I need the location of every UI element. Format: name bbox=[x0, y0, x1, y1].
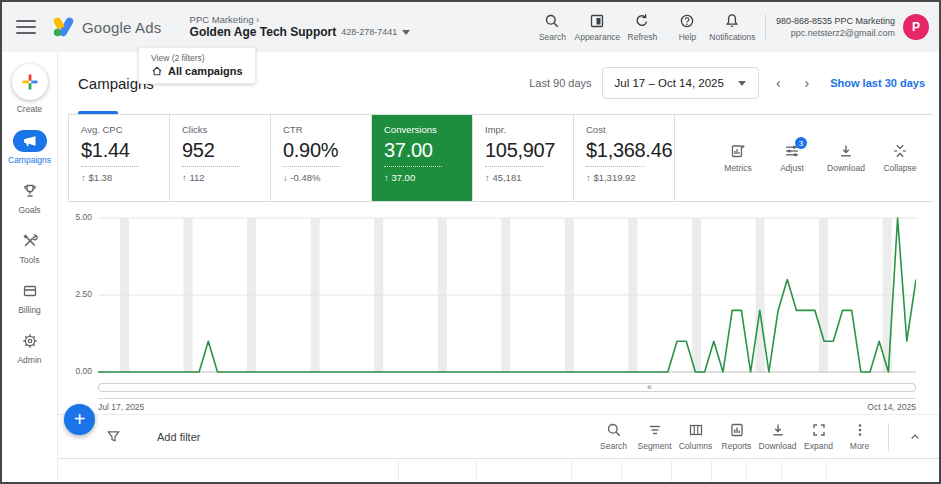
account-info: 980-868-8535 PPC Marketing ppc.netsterz2… bbox=[776, 15, 895, 39]
collapse-button[interactable]: Collapse bbox=[877, 143, 923, 173]
table-more-button[interactable]: More bbox=[839, 422, 880, 451]
adjust-button[interactable]: 3Adjust bbox=[769, 143, 815, 173]
avatar[interactable]: P bbox=[903, 14, 929, 40]
breadcrumb-separator-icon: › bbox=[256, 14, 259, 25]
columns-icon bbox=[688, 422, 704, 438]
table-column-separator bbox=[571, 461, 572, 484]
table-expand-button[interactable]: Expand bbox=[798, 422, 839, 451]
next-period-button[interactable]: › bbox=[798, 73, 817, 93]
scorecard-ctr[interactable]: CTR0.90%↓ -0.48% bbox=[271, 115, 372, 201]
scorecard-conversions[interactable]: Conversions37.00↑ 37.00 bbox=[372, 115, 473, 201]
create-button[interactable] bbox=[12, 64, 48, 100]
refresh-button[interactable]: Refresh bbox=[620, 13, 665, 42]
appearance-button[interactable]: Appearance bbox=[575, 13, 620, 42]
google-ads-logo[interactable]: Google Ads bbox=[52, 17, 162, 38]
table-segment-button[interactable]: Segment bbox=[634, 422, 675, 451]
divider bbox=[765, 14, 766, 40]
sidebar-item-label: Billing bbox=[18, 305, 41, 315]
filter-funnel-icon[interactable] bbox=[106, 429, 121, 444]
floating-create-button[interactable]: + bbox=[64, 404, 95, 435]
scorecard-impr[interactable]: Impr.105,907↑ 45,181 bbox=[473, 115, 574, 201]
download-icon bbox=[770, 422, 786, 438]
arrow-up-icon: ↑ bbox=[485, 172, 490, 183]
metric-delta: ↑ $1,319.92 bbox=[586, 172, 662, 183]
dotted-divider bbox=[384, 166, 442, 167]
view-selector[interactable]: View (2 filters) All campaigns bbox=[138, 47, 256, 84]
action-label: Columns bbox=[679, 441, 713, 451]
sidebar-item-goals[interactable]: Goals bbox=[8, 180, 51, 215]
app-window: Google Ads PPC Marketing › Golden Age Te… bbox=[0, 0, 941, 484]
action-label: Notifications bbox=[709, 32, 755, 42]
conversions-line-chart bbox=[98, 206, 916, 378]
dotted-divider bbox=[182, 166, 240, 167]
table-column-separator bbox=[826, 461, 827, 484]
account-email: ppc.netsterz2@gmail.com bbox=[776, 27, 895, 39]
chevron-down-icon bbox=[738, 81, 746, 86]
reports-icon bbox=[729, 422, 745, 438]
table-column-separator bbox=[621, 461, 622, 484]
table-columns-button[interactable]: Columns bbox=[675, 422, 716, 451]
scrollbar-handle-icon[interactable]: « bbox=[647, 383, 652, 392]
notifications-button[interactable]: Notifications bbox=[710, 13, 755, 42]
metric-value: 952 bbox=[182, 139, 258, 162]
sidebar: Create CampaignsGoalsToolsBillingAdmin bbox=[2, 52, 58, 484]
action-label: Metrics bbox=[724, 163, 751, 173]
action-label: Search bbox=[600, 441, 627, 451]
help-button[interactable]: Help bbox=[665, 13, 710, 42]
chart-scrollbar[interactable]: « bbox=[98, 383, 916, 392]
sidebar-item-admin[interactable]: Admin bbox=[8, 330, 51, 365]
action-label: Download bbox=[759, 441, 797, 451]
arrow-up-icon: ↑ bbox=[81, 172, 86, 183]
scorecard-cost[interactable]: Cost$1,368.46↑ $1,319.92 bbox=[574, 115, 675, 201]
collapse-table-chevron-up[interactable] bbox=[897, 431, 933, 443]
account-breadcrumb[interactable]: PPC Marketing › Golden Age Tech Support … bbox=[190, 14, 411, 41]
action-label: More bbox=[850, 441, 869, 451]
expand-icon bbox=[811, 422, 827, 438]
metric-delta: ↑ 37.00 bbox=[384, 172, 460, 183]
metric-label: Cost bbox=[586, 124, 662, 135]
action-label: Expand bbox=[804, 441, 833, 451]
dotted-divider bbox=[283, 166, 341, 167]
add-filter-button[interactable]: Add filter bbox=[157, 431, 200, 443]
show-last-30-days-link[interactable]: Show last 30 days bbox=[830, 77, 925, 89]
metrics-button[interactable]: Metrics bbox=[715, 143, 761, 173]
table-search-button[interactable]: Search bbox=[593, 422, 634, 451]
x-axis-start-label: Jul 17, 2025 bbox=[98, 402, 144, 412]
scorecard-avg-cpc[interactable]: Avg. CPC$1.44↑ $1.38 bbox=[69, 115, 170, 201]
conversions-chart-block: 5.00 2.50 0.00 « Jul 17, 2025 Oct 14, 20… bbox=[58, 206, 939, 414]
table-download-button[interactable]: Download bbox=[757, 422, 798, 451]
table-column-separator bbox=[398, 461, 399, 484]
create-label: Create bbox=[17, 104, 43, 114]
sidebar-item-campaigns[interactable]: Campaigns bbox=[8, 130, 51, 165]
sidebar-item-label: Campaigns bbox=[8, 155, 51, 165]
menu-icon[interactable] bbox=[16, 20, 36, 34]
previous-period-button[interactable]: ‹ bbox=[769, 73, 788, 93]
scorecard-strip: Avg. CPC$1.44↑ $1.38Clicks952↑ 112CTR0.9… bbox=[68, 114, 933, 202]
breadcrumb-campaign-name: Golden Age Tech Support bbox=[190, 25, 337, 40]
metric-value: 37.00 bbox=[384, 139, 460, 162]
arrow-up-icon: ↑ bbox=[384, 172, 389, 183]
download-button[interactable]: Download bbox=[823, 143, 869, 173]
arrow-down-icon: ↓ bbox=[283, 172, 288, 183]
campaign-table-header-row bbox=[58, 458, 939, 484]
sidebar-item-billing[interactable]: Billing bbox=[8, 280, 51, 315]
scorecard-clicks[interactable]: Clicks952↑ 112 bbox=[170, 115, 271, 201]
google-ads-triangle-icon bbox=[52, 17, 75, 38]
sidebar-item-tools[interactable]: Tools bbox=[8, 230, 51, 265]
table-column-separator bbox=[476, 461, 477, 484]
collapse-icon bbox=[892, 143, 908, 159]
tools-icon bbox=[13, 230, 47, 252]
action-label: Download bbox=[827, 163, 865, 173]
metric-value: $1.44 bbox=[81, 139, 157, 162]
table-reports-button[interactable]: Reports bbox=[716, 422, 757, 451]
plus-icon bbox=[21, 73, 39, 91]
chevron-down-icon bbox=[402, 30, 410, 35]
table-filter-bar: Add filter SearchSegmentColumnsReportsDo… bbox=[58, 414, 939, 458]
search-button[interactable]: Search bbox=[530, 13, 575, 42]
chart-scroll-track-line bbox=[98, 398, 916, 399]
top-bar: Google Ads PPC Marketing › Golden Age Te… bbox=[2, 2, 939, 52]
arrow-up-icon: ↑ bbox=[586, 172, 591, 183]
badge-count: 3 bbox=[795, 137, 807, 149]
metric-value: 105,907 bbox=[485, 139, 561, 162]
date-range-selector[interactable]: Jul 17 – Oct 14, 2025 bbox=[602, 67, 759, 99]
